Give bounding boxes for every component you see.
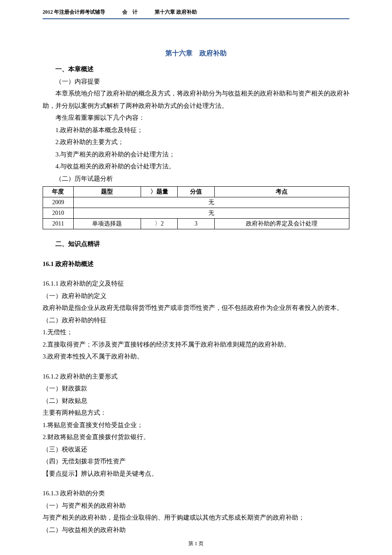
cell-year: 2011 (43, 219, 74, 229)
section-1-heading: 一、本章概述 (43, 63, 349, 75)
section-1-li1: 1.政府补助的基本概念及特征； (43, 124, 349, 136)
section-1-sub1: （一）内容提要 (43, 75, 349, 88)
spacer (43, 270, 349, 278)
cell-none: 无 (73, 197, 349, 208)
table-row: 2010 无 (43, 208, 349, 219)
p-16-1-3-atext: 与资产相关的政府补助，是指企业取得的、用于购建或以其他方式形成长期资产的政府补助… (43, 512, 349, 524)
page-number: 第 1 页 (0, 540, 392, 547)
section-1-p1: 本章系统地介绍了政府补助的概念及方式，将政府补助分为与收益相关的政府补助和与资产… (43, 87, 349, 112)
cell-point: 政府补助的界定及会计处理 (214, 219, 349, 229)
th-point: 考点 (214, 187, 349, 197)
spacer (43, 250, 349, 258)
p-16-1-1-a: （一）政府补助的定义 (43, 290, 349, 302)
p-16-1-2-c: （三）税收返还 (43, 443, 349, 456)
header-mid: 会 计 (122, 9, 138, 16)
p-16-1-1-atext: 政府补助是指企业从政府无偿取得货币性资产或非货币性资产，但不包括政府作为企业所有… (43, 302, 349, 314)
section-1-li3: 3.与资产相关的政府补助的会计处理方法； (43, 148, 349, 161)
section-1-p2: 考生应着重掌握以下几个内容： (43, 112, 349, 124)
cell-score: 3 (178, 219, 214, 229)
cell-none: 无 (73, 208, 349, 219)
header-left: 2012 年注册会计师考试辅导 (43, 9, 105, 16)
section-1-sub2: （二）历年试题分析 (43, 173, 349, 185)
history-table: 年度 题型 〉题量 分值 考点 2009 无 2010 无 2011 单项选择题… (43, 186, 349, 229)
p-16-1-2-b1: 1.将贴息资金直接支付给受益企业； (43, 419, 349, 431)
th-year: 年度 (43, 187, 74, 197)
spacer (43, 480, 349, 487)
p-16-1-1-b3: 3.政府资本性投入不属于政府补助。 (43, 350, 349, 363)
page: 2012 年注册会计师考试辅导 会 计 第十六章 政府补助 第十六章 政府补助 … (0, 0, 392, 555)
p-16-1-3-b: （二）与收益相关的政府补助 (43, 524, 349, 536)
spacer (43, 363, 349, 370)
p-16-1-1-b: （二）政府补助的特征 (43, 314, 349, 327)
cell-year: 2010 (43, 208, 74, 219)
cell-type: 单项选择题 (73, 219, 141, 229)
p-16-1-2-b2: 2.财政将贴息资金直接拨付货款银行。 (43, 431, 349, 443)
heading-16-1-2: 16.1.2 政府补助的主要形式 (43, 370, 349, 383)
section-1-li2: 2.政府补助的主要方式； (43, 136, 349, 148)
p-16-1-3-a: （一）与资产相关的政府补助 (43, 500, 349, 512)
page-header: 2012 年注册会计师考试辅导 会 计 第十六章 政府补助 (43, 9, 349, 19)
table-row: 2009 无 (43, 197, 349, 208)
section-1-li4: 4.与收益相关的政府补助的会计处理方法。 (43, 160, 349, 173)
section-2-heading: 二、知识点精讲 (43, 238, 349, 250)
cell-year: 2009 (43, 197, 74, 208)
heading-16-1-1: 16.1.1 政府补助的定义及特征 (43, 278, 349, 290)
table-header-row: 年度 题型 〉题量 分值 考点 (43, 187, 349, 197)
p-16-1-2-tip: 【要点提示】辨认政府补助是关键考点。 (43, 468, 349, 480)
header-right: 第十六章 政府补助 (155, 9, 197, 16)
p-16-1-1-b1: 1.无偿性； (43, 326, 349, 338)
p-16-1-2-a: （一）财政拨款 (43, 382, 349, 395)
p-16-1-2-btext: 主要有两种贴息方式： (43, 407, 349, 419)
heading-16-1-3: 16.1.3 政府补助的分类 (43, 487, 349, 500)
p-16-1-2-b: （二）财政贴息 (43, 395, 349, 407)
p-16-1-2-d: （四）无偿划拨非货币性资产 (43, 455, 349, 468)
th-score: 分值 (178, 187, 214, 197)
th-qty: 〉题量 (141, 187, 178, 197)
cell-qty: 〉2 (141, 219, 178, 229)
table-row: 2011 单项选择题 〉2 3 政府补助的界定及会计处理 (43, 219, 349, 229)
th-type: 题型 (73, 187, 141, 197)
chapter-title: 第十六章 政府补助 (43, 49, 349, 58)
heading-16-1: 16.1 政府补助概述 (43, 258, 349, 270)
p-16-1-1-b2: 2.直接取得资产；不涉及资产直接转移的经济支持不属于政府补助准则规范的政府补助。 (43, 338, 349, 351)
